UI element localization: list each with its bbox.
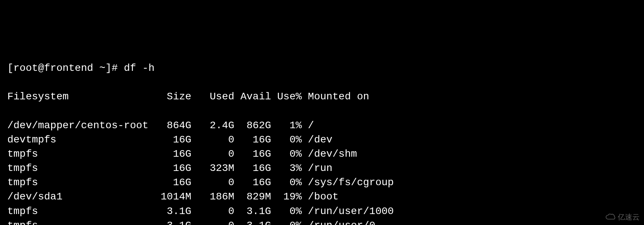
table-row: devtmpfs 16G 0 16G 0% /dev (7, 133, 637, 147)
command-line: [root@frontend ~]# df -h (7, 61, 637, 75)
table-row: tmpfs 3.1G 0 3.1G 0% /run/user/1000 (7, 204, 637, 218)
table-row: tmpfs 3.1G 0 3.1G 0% /run/user/0 (7, 218, 637, 225)
cloud-icon (605, 213, 616, 221)
df-output-rows: /dev/mapper/centos-root 864G 2.4G 862G 1… (7, 118, 637, 225)
watermark-text: 亿速云 (618, 212, 640, 222)
df-header: Filesystem Size Used Avail Use% Mounted … (7, 89, 637, 104)
watermark: 亿速云 (605, 212, 640, 222)
table-row: /dev/mapper/centos-root 864G 2.4G 862G 1… (7, 118, 637, 133)
table-row: tmpfs 16G 0 16G 0% /dev/shm (7, 147, 637, 161)
prompt-prefix: [root@frontend ~]# (7, 62, 124, 74)
table-row: tmpfs 16G 323M 16G 3% /run (7, 161, 637, 175)
command-text: df -h (124, 62, 154, 74)
table-row: tmpfs 16G 0 16G 0% /sys/fs/cgroup (7, 175, 637, 190)
table-row: /dev/sda1 1014M 186M 829M 19% /boot (7, 190, 637, 204)
